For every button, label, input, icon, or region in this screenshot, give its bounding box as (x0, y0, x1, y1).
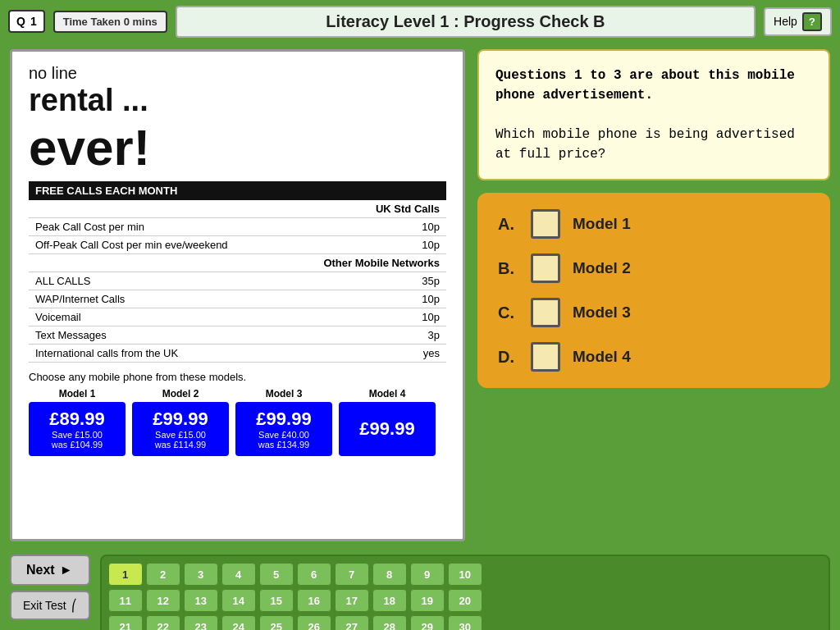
answer-label: Model 2 (573, 259, 631, 277)
price-main: £99.99 (240, 409, 327, 430)
grid-number-10[interactable]: 10 (448, 563, 482, 586)
grid-number-9[interactable]: 9 (410, 563, 445, 586)
price-save: Save £40.00 (240, 430, 327, 440)
table-row: UK Std Calls (29, 200, 446, 218)
answer-checkbox-a[interactable] (531, 209, 560, 239)
models-intro: Choose any mobile phone from these model… (29, 371, 446, 383)
model-price-card: £89.99 Save £15.00 was £104.99 (29, 402, 126, 456)
grid-number-19[interactable]: 19 (410, 589, 445, 612)
grid-number-13[interactable]: 13 (184, 589, 218, 612)
models-container: £89.99 Save £15.00 was £104.99£99.99 Sav… (29, 402, 446, 456)
grid-number-4[interactable]: 4 (221, 563, 256, 586)
grid-number-12[interactable]: 12 (146, 589, 180, 612)
answer-letter: C. (498, 304, 518, 322)
grid-number-8[interactable]: 8 (372, 563, 407, 586)
grid-number-26[interactable]: 26 (297, 615, 331, 630)
table-row: Peak Call Cost per min10p (29, 218, 446, 236)
answer-letter: D. (498, 348, 518, 367)
grid-number-5[interactable]: 5 (259, 563, 294, 586)
ad-line3: ever! (29, 118, 446, 176)
answer-letter: B. (498, 259, 518, 278)
q-label: Q (16, 15, 25, 28)
advertisement-panel: no line rental ... ever! FREE CALLS EACH… (10, 49, 465, 541)
question-text: Which mobile phone is being advertised a… (495, 125, 812, 164)
grid-row: 21222324252627282930 (108, 615, 822, 630)
answers-box: A. Model 1 B. Model 2 C. Model 3 D. Mode… (477, 193, 830, 388)
answer-row: B. Model 2 (498, 253, 810, 283)
question-number-grid: 1234567891011121314151617181920212223242… (100, 555, 830, 630)
grid-number-16[interactable]: 16 (297, 589, 331, 612)
help-button[interactable]: ? (802, 12, 822, 31)
grid-number-18[interactable]: 18 (372, 589, 407, 612)
grid-number-17[interactable]: 17 (335, 589, 369, 612)
next-button[interactable]: Next ► (10, 555, 90, 586)
grid-number-29[interactable]: 29 (410, 615, 445, 630)
question-box: Questions 1 to 3 are about this mobile p… (477, 49, 830, 180)
answer-checkbox-d[interactable] (531, 342, 560, 372)
table-row: Text Messages3p (29, 326, 446, 345)
question-panel: Questions 1 to 3 are about this mobile p… (477, 49, 830, 541)
grid-number-14[interactable]: 14 (221, 589, 256, 612)
model-name-label: Model 2 (132, 388, 229, 399)
price-was: was £134.99 (240, 440, 327, 450)
table-row: ALL CALLS35p (29, 272, 446, 290)
help-label: Help (774, 15, 797, 28)
price-was: was £114.99 (137, 440, 224, 450)
table-row: WAP/Internet Calls10p (29, 290, 446, 308)
grid-number-23[interactable]: 23 (184, 615, 218, 630)
answer-label: Model 3 (573, 304, 631, 322)
grid-number-3[interactable]: 3 (184, 563, 218, 586)
model-price-card: £99.99 (339, 402, 436, 456)
grid-number-15[interactable]: 15 (259, 589, 294, 612)
grid-number-7[interactable]: 7 (335, 563, 369, 586)
model-name-label: Model 1 (29, 388, 126, 399)
model-price-card: £99.99 Save £40.00 was £134.99 (235, 402, 332, 456)
ad-line2: rental ... (29, 83, 446, 118)
grid-number-27[interactable]: 27 (335, 615, 369, 630)
grid-number-22[interactable]: 22 (146, 615, 180, 630)
exit-button[interactable]: Exit Test ⎛ (10, 591, 90, 620)
grid-row: 11121314151617181920 (108, 589, 822, 612)
grid-number-11[interactable]: 11 (108, 589, 143, 612)
time-taken-box: Time Taken 0 mins (53, 11, 167, 33)
grid-number-1[interactable]: 1 (108, 563, 143, 586)
exit-icon: ⎛ (71, 599, 77, 612)
header: Q 1 Time Taken 0 mins Literacy Level 1 :… (0, 0, 840, 43)
calls-table: FREE CALLS EACH MONTH UK Std CallsPeak C… (29, 181, 446, 363)
time-value: 0 mins (124, 16, 158, 28)
table-row: International calls from the UKyes (29, 345, 446, 363)
next-label: Next (26, 563, 55, 578)
table-row: Other Mobile Networks (29, 254, 446, 272)
price-was: was £104.99 (34, 440, 121, 450)
price-main: £89.99 (34, 409, 121, 430)
grid-number-6[interactable]: 6 (297, 563, 331, 586)
price-save: Save £15.00 (137, 430, 224, 440)
answer-checkbox-b[interactable] (531, 253, 560, 283)
table-header: FREE CALLS EACH MONTH (29, 181, 446, 200)
table-row: Off-Peak Call Cost per min eve/weekend10… (29, 236, 446, 254)
navigation-buttons: Next ► Exit Test ⎛ (10, 555, 90, 620)
grid-number-24[interactable]: 24 (221, 615, 256, 630)
price-main: £99.99 (359, 418, 414, 440)
grid-number-30[interactable]: 30 (448, 615, 482, 630)
price-main: £99.99 (137, 409, 224, 430)
grid-number-20[interactable]: 20 (448, 589, 482, 612)
answer-row: C. Model 3 (498, 298, 810, 327)
ad-line1: no line (29, 64, 446, 83)
question-intro: Questions 1 to 3 are about this mobile p… (495, 68, 795, 103)
grid-row: 12345678910 (108, 563, 822, 586)
grid-number-28[interactable]: 28 (372, 615, 407, 630)
phone-models-section: Choose any mobile phone from these model… (29, 371, 446, 456)
price-save: Save £15.00 (34, 430, 121, 440)
exit-label: Exit Test (23, 599, 66, 612)
grid-number-25[interactable]: 25 (259, 615, 294, 630)
answer-checkbox-c[interactable] (531, 298, 560, 327)
page-title: Literacy Level 1 : Progress Check B (176, 6, 756, 38)
question-indicator: Q 1 (8, 10, 45, 33)
help-area: Help ? (764, 7, 832, 36)
grid-number-2[interactable]: 2 (146, 563, 180, 586)
grid-number-21[interactable]: 21 (108, 615, 143, 630)
model-price-card: £99.99 Save £15.00 was £114.99 (132, 402, 229, 456)
answer-letter: A. (498, 215, 518, 234)
answer-row: D. Model 4 (498, 342, 810, 372)
